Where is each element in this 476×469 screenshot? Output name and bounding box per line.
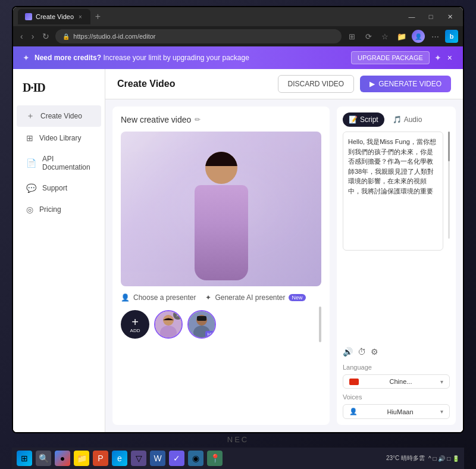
editor-area: New creative video ✏: [105, 99, 463, 432]
presenter-thumb-1[interactable]: ×: [154, 310, 183, 339]
timer-icon[interactable]: ⏱: [358, 347, 366, 357]
extensions-icon[interactable]: ⊞: [345, 30, 358, 43]
taskbar-map-icon[interactable]: 📍: [207, 451, 223, 466]
voices-chevron-icon: ▾: [440, 408, 443, 415]
left-navigation: D·ID ＋ Create Video ⊞ Video Library 📄 AP…: [13, 69, 105, 432]
active-tab[interactable]: Create Video ×: [18, 9, 90, 24]
banner-rest-text: Increase your limit by upgrading your pa…: [103, 54, 249, 62]
back-button[interactable]: ‹: [18, 30, 26, 42]
script-scrollbar[interactable]: [448, 132, 450, 239]
upgrade-package-button[interactable]: UPGRADE PACKAGE: [351, 51, 430, 64]
taskbar-system-tray: 23°C 晴時多雲 ^ □ 🔊 □ 🔋: [386, 454, 459, 462]
script-text[interactable]: Hello, 我是Miss Fung，當你想到我們的孩子們的未來，你是否感到擔憂…: [343, 132, 443, 251]
settings-control-icon[interactable]: ⚙: [371, 347, 378, 357]
tab-label: Create Video: [36, 13, 74, 20]
remove-presenter-button[interactable]: ×: [173, 310, 183, 320]
video-library-icon: ⊞: [26, 133, 33, 143]
nav-item-create-video[interactable]: ＋ Create Video: [17, 105, 101, 127]
pricing-icon: ◎: [26, 205, 33, 214]
edge-icon: b: [445, 30, 458, 43]
add-presenter-label: ADD: [130, 328, 140, 333]
create-video-icon: ＋: [26, 111, 35, 121]
language-dropdown[interactable]: Chine... ▾: [343, 374, 450, 389]
taskbar-windows-icon[interactable]: ⊞: [17, 451, 32, 466]
new-tab-button[interactable]: +: [92, 11, 104, 22]
generate-ai-label: Generate AI presenter: [215, 293, 285, 302]
generate-video-icon: ▶: [369, 80, 375, 88]
upgrade-banner: ✦ Need more credits? Increase your limit…: [13, 46, 463, 69]
toolbar-icons: ⊞ ⟳ ☆ 📁 👤 ⋯ b: [345, 30, 458, 43]
taskbar-system-icons: ^ □ 🔊 □ 🔋: [428, 455, 459, 462]
taskbar-ppt-icon[interactable]: P: [93, 451, 108, 466]
nav-item-api-docs[interactable]: 📄 API Documentation: [17, 149, 101, 177]
sparkle-icon-left: ✦: [23, 53, 30, 62]
nav-item-pricing[interactable]: ◎ Pricing: [17, 199, 101, 220]
close-button[interactable]: ✕: [441, 10, 458, 23]
star-icon[interactable]: ☆: [378, 30, 392, 43]
nav-label-pricing: Pricing: [39, 205, 61, 214]
banner-text: Need more credits? Increase your limit b…: [35, 54, 346, 62]
forward-button[interactable]: ›: [29, 30, 37, 42]
person-hair: [205, 152, 237, 166]
taskbar-vpn-icon[interactable]: ▽: [131, 451, 146, 466]
settings-icon[interactable]: ⋯: [428, 30, 441, 43]
api-docs-icon: 📄: [26, 158, 36, 168]
nav-label-video-library: Video Library: [39, 134, 82, 142]
taskbar-search-icon[interactable]: 🔍: [36, 451, 51, 466]
page-title: Create Video: [117, 79, 176, 89]
generate-ai-presenter-button[interactable]: ✦ Generate AI presenter New: [205, 293, 305, 302]
presenter-thumb-2[interactable]: HD: [187, 310, 216, 339]
main-layout: D·ID ＋ Create Video ⊞ Video Library 📄 AP…: [13, 69, 463, 432]
choose-presenter-button[interactable]: 👤 Choose a presenter: [121, 293, 196, 302]
taskbar-chrome-icon[interactable]: ●: [55, 451, 70, 466]
browser-title-bar: Create Video × + — □ ✕: [13, 7, 463, 26]
scroll-thumb[interactable]: [319, 307, 321, 342]
screen: Create Video × + — □ ✕ ‹ › ↻ 🔒 htt: [13, 7, 463, 432]
person-head: [205, 152, 237, 184]
choose-presenter-icon: 👤: [121, 293, 130, 302]
discard-video-button[interactable]: DISCARD VIDEO: [278, 75, 355, 93]
nav-item-support[interactable]: 💬 Support: [17, 178, 101, 198]
generate-ai-icon: ✦: [205, 293, 211, 302]
monitor: Create Video × + — □ ✕ ‹ › ↻ 🔒 htt: [12, 6, 464, 433]
url-text: https://studio.d-id.com/editor: [73, 33, 155, 40]
tab-close-btn[interactable]: ×: [77, 14, 83, 20]
edit-title-icon[interactable]: ✏: [195, 115, 201, 124]
profile-icon[interactable]: 👤: [412, 30, 425, 43]
banner-bold-text: Need more credits?: [35, 54, 101, 62]
refresh-icon[interactable]: ⟳: [362, 30, 375, 43]
voices-dropdown[interactable]: 👤 HiuMaan ▾: [343, 404, 450, 419]
language-section: Language Chine... ▾: [343, 364, 450, 389]
generate-video-button[interactable]: ▶ GENERATE VIDEO: [360, 76, 451, 92]
volume-icon[interactable]: 🔊: [343, 347, 353, 357]
script-panel: 📝 Script 🎵 Audio Hello, 我是Miss: [337, 107, 456, 425]
reload-button[interactable]: ↻: [40, 30, 52, 42]
tab-favicon: [25, 13, 32, 20]
collection-icon[interactable]: 📁: [395, 30, 408, 43]
person-dress: [195, 185, 248, 280]
nav-item-video-library[interactable]: ⊞ Video Library: [17, 128, 101, 148]
maximize-button[interactable]: □: [422, 10, 439, 23]
presenter-options: 👤 Choose a presenter ✦ Generate AI prese…: [121, 293, 321, 302]
script-tab-icon: 📝: [349, 115, 358, 124]
address-bar[interactable]: 🔒 https://studio.d-id.com/editor: [55, 29, 342, 43]
banner-close-button[interactable]: ×: [446, 52, 453, 64]
taskbar-extra-icon[interactable]: ◉: [188, 451, 203, 466]
new-badge: New: [289, 294, 305, 301]
minimize-button[interactable]: —: [403, 10, 420, 23]
taskbar-edge-icon[interactable]: e: [112, 451, 127, 466]
browser-toolbar: ‹ › ↻ 🔒 https://studio.d-id.com/editor ⊞…: [13, 26, 463, 46]
add-presenter-button[interactable]: + ADD: [121, 310, 149, 339]
taskbar-word-icon[interactable]: W: [150, 451, 165, 466]
app-content: ✦ Need more credits? Increase your limit…: [13, 46, 463, 432]
script-tab[interactable]: 📝 Script: [343, 112, 384, 127]
voice-person-icon: 👤: [349, 408, 358, 415]
nav-label-support: Support: [42, 184, 67, 192]
presenter-thumbnails: + ADD: [121, 307, 321, 342]
audio-tab[interactable]: 🎵 Audio: [387, 112, 428, 127]
language-label: Language: [343, 364, 450, 371]
taskbar-task-icon[interactable]: ✓: [169, 451, 184, 466]
taskbar: ⊞ 🔍 ● 📁 P e ▽ W ✓ ◉ 📍 23°C 晴時多雲 ^ □ 🔊 □ …: [12, 448, 464, 469]
brand-name: D·ID: [23, 81, 45, 95]
taskbar-file-icon[interactable]: 📁: [74, 451, 89, 466]
